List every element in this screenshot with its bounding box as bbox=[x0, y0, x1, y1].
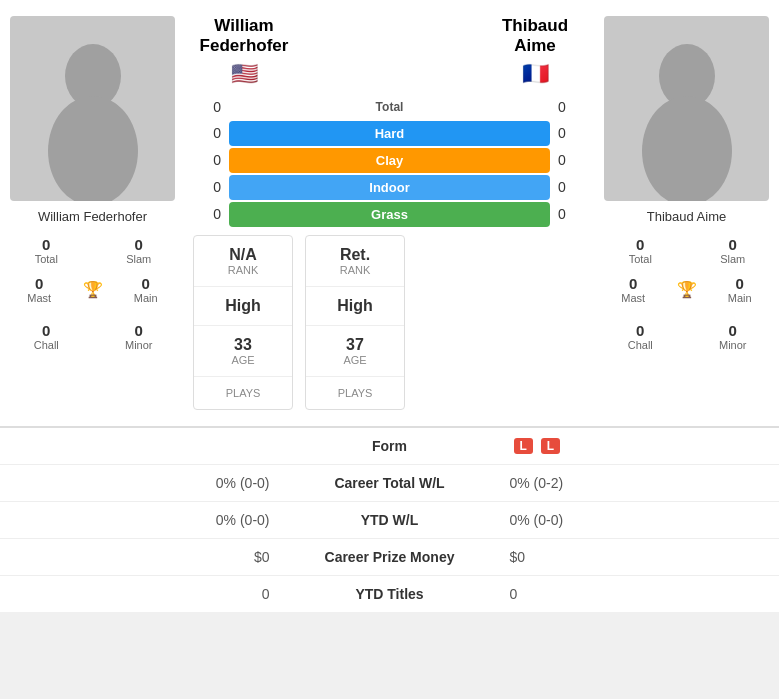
prize-label: Career Prize Money bbox=[290, 549, 490, 565]
left-chall-label: Chall bbox=[34, 339, 59, 351]
left-rank-row: N/A Rank bbox=[194, 236, 292, 287]
left-chall-value: 0 bbox=[42, 322, 50, 339]
left-slam-label: Slam bbox=[126, 253, 151, 265]
right-slam-value: 0 bbox=[729, 236, 737, 253]
center-scores: 0 Total 0 0 Hard 0 0 Clay 0 0 Indoor 0 0 bbox=[189, 93, 590, 229]
right-trophy-icon: 🏆 bbox=[677, 280, 697, 299]
ytd-wl-label: YTD W/L bbox=[290, 512, 490, 528]
left-player-name: William Federhofer bbox=[38, 209, 147, 224]
left-name-block: William Federhofer 🇺🇸 bbox=[189, 16, 299, 87]
right-minor-label: Minor bbox=[719, 339, 747, 351]
left-total-label: Total bbox=[35, 253, 58, 265]
right-indoor-score: 0 bbox=[550, 179, 590, 195]
right-level-row: High bbox=[306, 287, 404, 326]
total-score-row: 0 Total 0 bbox=[189, 95, 590, 119]
form-label: Form bbox=[290, 438, 490, 454]
form-badges: L L bbox=[510, 438, 764, 454]
left-clay-score: 0 bbox=[189, 152, 229, 168]
left-flag: 🇺🇸 bbox=[189, 61, 299, 87]
right-info-card: Ret. Rank High 37 Age Plays bbox=[305, 235, 405, 410]
left-player-stats: 0 Total 0 Slam bbox=[0, 232, 185, 269]
right-main-value: 0 bbox=[736, 275, 744, 292]
info-panels-row: N/A Rank High 33 Age Plays Ret. Rank bbox=[189, 235, 590, 410]
right-rank-row: Ret. Rank bbox=[306, 236, 404, 287]
hard-score-row: 0 Hard 0 bbox=[189, 121, 590, 146]
right-player-card: Thibaud Aime 0 Total 0 Slam 0 Mast 🏆 0 M… bbox=[594, 16, 779, 410]
ytd-wl-row: 0% (0-0) YTD W/L 0% (0-0) bbox=[0, 502, 779, 539]
right-player-avatar bbox=[604, 16, 769, 201]
right-age-value: 37 bbox=[346, 336, 364, 354]
left-plays-row: Plays bbox=[194, 377, 292, 409]
right-chall-minor: 0 Chall 0 Minor bbox=[594, 318, 779, 355]
svg-point-1 bbox=[48, 96, 138, 201]
right-total-score: 0 bbox=[550, 99, 590, 115]
total-badge: Total bbox=[229, 95, 550, 119]
left-total-score: 0 bbox=[189, 99, 229, 115]
right-chall-label: Chall bbox=[628, 339, 653, 351]
form-badge-2: L bbox=[541, 438, 560, 454]
grass-score-row: 0 Grass 0 bbox=[189, 202, 590, 227]
left-slam-value: 0 bbox=[135, 236, 143, 253]
right-main-label: Main bbox=[728, 292, 752, 304]
right-trophy-row: 0 Mast 🏆 0 Main bbox=[594, 269, 779, 310]
right-age-label: Age bbox=[343, 354, 366, 366]
right-mast-value: 0 bbox=[629, 275, 637, 292]
right-mast-label: Mast bbox=[621, 292, 645, 304]
left-level-value: High bbox=[225, 297, 261, 315]
ytd-titles-row: 0 YTD Titles 0 bbox=[0, 576, 779, 612]
right-chall-value: 0 bbox=[636, 322, 644, 339]
right-name-header: Thibaud Aime bbox=[480, 16, 590, 57]
prize-row: $0 Career Prize Money $0 bbox=[0, 539, 779, 576]
left-name-header: William Federhofer bbox=[189, 16, 299, 57]
form-right: L L bbox=[490, 438, 764, 454]
right-player-name: Thibaud Aime bbox=[647, 209, 727, 224]
left-grass-score: 0 bbox=[189, 206, 229, 222]
hard-badge: Hard bbox=[229, 121, 550, 146]
ytd-titles-label: YTD Titles bbox=[290, 586, 490, 602]
left-minor-label: Minor bbox=[125, 339, 153, 351]
right-name-block: Thibaud Aime 🇫🇷 bbox=[480, 16, 590, 87]
right-prize: $0 bbox=[490, 549, 764, 565]
right-flag: 🇫🇷 bbox=[480, 61, 590, 87]
left-total-value: 0 bbox=[42, 236, 50, 253]
left-hard-score: 0 bbox=[189, 125, 229, 141]
svg-point-3 bbox=[642, 96, 732, 201]
left-trophy-icon: 🏆 bbox=[83, 280, 103, 299]
left-mast-value: 0 bbox=[35, 275, 43, 292]
right-rank-label: Rank bbox=[340, 264, 371, 276]
left-minor-value: 0 bbox=[135, 322, 143, 339]
right-slam-label: Slam bbox=[720, 253, 745, 265]
right-age-row: 37 Age bbox=[306, 326, 404, 377]
left-age-label: Age bbox=[231, 354, 254, 366]
right-plays-row: Plays bbox=[306, 377, 404, 409]
form-row: Form L L bbox=[0, 428, 779, 465]
right-career-wl: 0% (0-2) bbox=[490, 475, 764, 491]
left-mast-label: Mast bbox=[27, 292, 51, 304]
right-minor-value: 0 bbox=[729, 322, 737, 339]
left-prize: $0 bbox=[16, 549, 290, 565]
left-main-value: 0 bbox=[142, 275, 150, 292]
left-info-card: N/A Rank High 33 Age Plays bbox=[193, 235, 293, 410]
indoor-score-row: 0 Indoor 0 bbox=[189, 175, 590, 200]
left-player-card: William Federhofer 0 Total 0 Slam 0 Mast… bbox=[0, 16, 185, 410]
right-rank-value: Ret. bbox=[340, 246, 370, 264]
left-career-wl: 0% (0-0) bbox=[16, 475, 290, 491]
career-wl-label: Career Total W/L bbox=[290, 475, 490, 491]
left-ytd-titles: 0 bbox=[16, 586, 290, 602]
clay-score-row: 0 Clay 0 bbox=[189, 148, 590, 173]
right-level-value: High bbox=[337, 297, 373, 315]
middle-section: William Federhofer 🇺🇸 Thibaud Aime 🇫🇷 0 … bbox=[185, 16, 594, 410]
form-badge-1: L bbox=[514, 438, 533, 454]
right-player-stats: 0 Total 0 Slam bbox=[594, 232, 779, 269]
left-level-row: High bbox=[194, 287, 292, 326]
right-hard-score: 0 bbox=[550, 125, 590, 141]
left-chall-minor: 0 Chall 0 Minor bbox=[0, 318, 185, 355]
stats-table: Form L L 0% (0-0) Career Total W/L 0% (0… bbox=[0, 427, 779, 612]
left-rank-label: Rank bbox=[228, 264, 259, 276]
right-total-label: Total bbox=[629, 253, 652, 265]
left-plays-label: Plays bbox=[226, 387, 261, 399]
right-total-value: 0 bbox=[636, 236, 644, 253]
left-rank-value: N/A bbox=[229, 246, 257, 264]
left-indoor-score: 0 bbox=[189, 179, 229, 195]
indoor-badge: Indoor bbox=[229, 175, 550, 200]
